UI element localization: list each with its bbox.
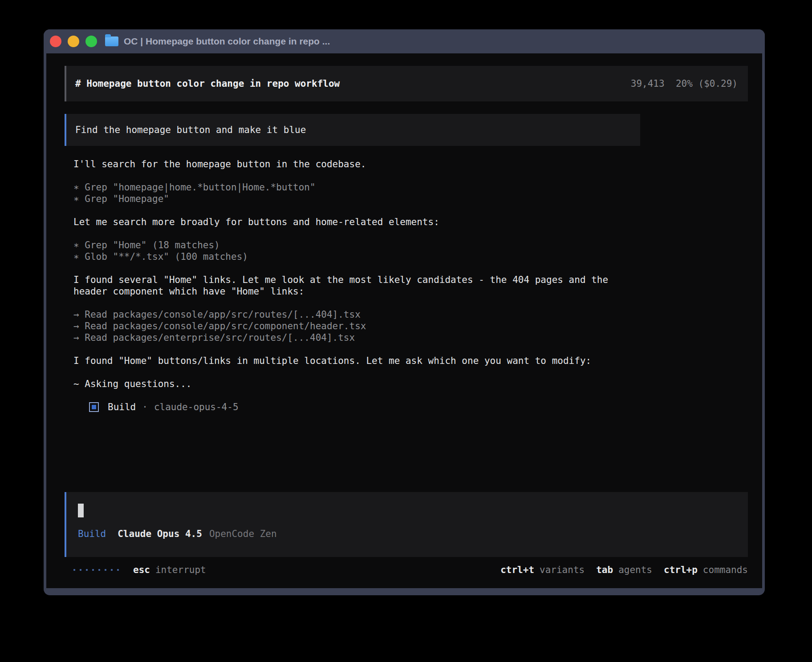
output-line: → Read packages/console/app/src/componen… [73,320,748,332]
output-line: header component which have "Home" links… [73,286,748,297]
output-line: ∗ Grep "Homepage" [73,193,748,205]
agent-status-row: Build · claude-opus-4-5 [65,401,748,413]
spinner-dot [92,569,94,571]
user-message-text: Find the homepage button and make it blu… [75,124,306,136]
assistant-output: I'll search for the homepage button in t… [65,158,748,401]
output-line: I'll search for the homepage button in t… [73,158,748,170]
assistant-paragraph: I'll search for the homepage button in t… [73,158,748,170]
agent-name: Build [108,401,136,413]
output-line: → Read packages/console/app/src/routes/[… [73,309,748,320]
interrupt-label: interrupt [155,564,206,576]
prompt-input[interactable]: Build Claude Opus 4.5 OpenCode Zen [65,492,748,557]
minimize-button[interactable] [68,36,79,47]
session-title: # Homepage button color change in repo w… [75,78,340,89]
output-line: ~ Asking questions... [73,378,748,390]
spacer [65,413,748,492]
shortcut-commands: ctrl+p commands [664,564,748,576]
shortcut-agents: tab agents [596,564,652,576]
input-model-label[interactable]: Claude Opus 4.5 [118,528,202,540]
spinner-dot [86,569,88,571]
input-agent-label[interactable]: Build [78,528,106,540]
traffic-lights [50,36,97,47]
context-usage: 20% ($0.29) [676,78,738,89]
status-bar: esc interrupt ctrl+t variants tab agents… [65,564,748,576]
close-button[interactable] [50,36,61,47]
assistant-paragraph: Let me search more broadly for buttons a… [73,216,748,228]
folder-icon [105,36,118,46]
assistant-paragraph: I found several "Home" links. Let me loo… [73,274,748,297]
ctrl-p-key-hint: ctrl+p [664,564,698,576]
assistant-paragraph: ~ Asking questions... [73,378,748,390]
tab-key-hint: tab [596,564,613,576]
output-line: Let me search more broadly for buttons a… [73,216,748,228]
assistant-paragraph: → Read packages/console/app/src/routes/[… [73,309,748,343]
session-stats: 39,413 20% ($0.29) [631,78,738,89]
commands-label: commands [703,564,748,576]
status-right: ctrl+t variants tab agents ctrl+p comman… [500,564,748,576]
assistant-paragraph: ∗ Grep "homepage|home.*button|Home.*butt… [73,182,748,205]
input-meta-row: Build Claude Opus 4.5 OpenCode Zen [78,528,739,540]
output-line: I found "Home" buttons/links in multiple… [73,355,748,367]
shortcut-variants: ctrl+t variants [500,564,585,576]
spinner-dots [73,569,119,571]
agent-build-icon [89,402,99,412]
spinner-dot [98,569,100,571]
agents-label: agents [618,564,652,576]
input-provider-label: OpenCode Zen [209,528,277,540]
spinner-dot [105,569,106,571]
spinner-dot [117,569,119,571]
spinner-dot [80,569,81,571]
spinner-dot [111,569,113,571]
output-line: ∗ Grep "Home" (18 matches) [73,239,748,251]
session-header: # Homepage button color change in repo w… [65,66,748,101]
terminal-window: OC | Homepage button color change in rep… [44,29,765,595]
assistant-paragraph: ∗ Grep "Home" (18 matches)∗ Glob "**/*.t… [73,239,748,262]
model-id: claude-opus-4-5 [154,401,239,413]
output-line: → Read packages/enterprise/src/routes/[.… [73,332,748,343]
assistant-paragraph: I found "Home" buttons/links in multiple… [73,355,748,367]
agent-build-icon-inner [92,405,96,409]
window-title: OC | Homepage button color change in rep… [124,36,330,47]
esc-key-hint: esc [133,564,150,576]
spinner-dot [73,569,75,571]
maximize-button[interactable] [85,36,97,47]
output-line: ∗ Glob "**/*.tsx" (100 matches) [73,251,748,262]
user-message: Find the homepage button and make it blu… [65,114,640,146]
separator-dot: · [142,401,148,413]
token-count: 39,413 [631,78,665,89]
text-cursor [78,504,84,517]
ctrl-t-key-hint: ctrl+t [500,564,534,576]
output-line: ∗ Grep "homepage|home.*button|Home.*butt… [73,182,748,193]
titlebar: OC | Homepage button color change in rep… [44,29,765,53]
variants-label: variants [540,564,585,576]
status-left: esc interrupt [73,564,206,576]
output-line: I found several "Home" links. Let me loo… [73,274,748,286]
terminal-content: # Homepage button color change in repo w… [46,53,762,588]
